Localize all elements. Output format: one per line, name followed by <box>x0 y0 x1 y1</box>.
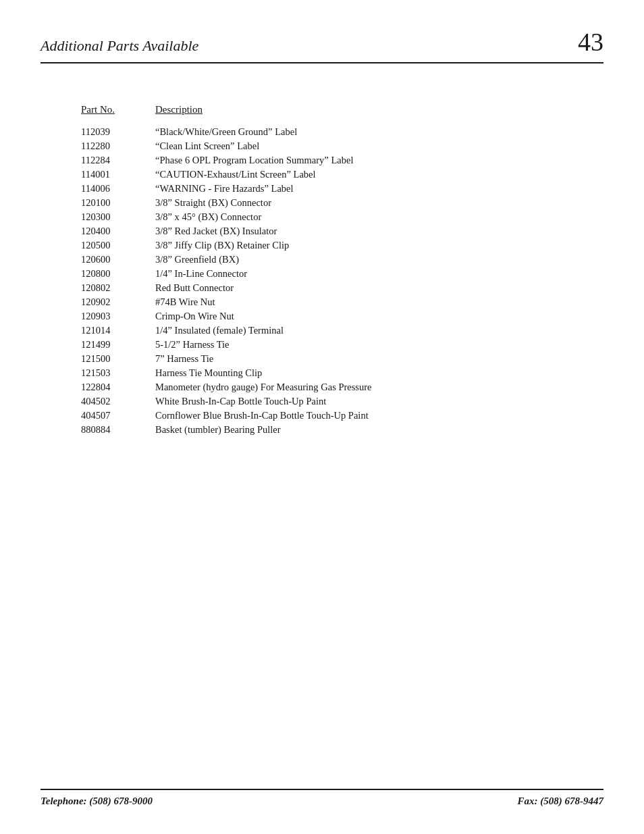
part-number-cell: 120300 <box>81 211 155 223</box>
table-row: 404507Cornflower Blue Brush-In-Cap Bottl… <box>81 410 603 421</box>
part-description-cell: “Phase 6 OPL Program Location Summary” L… <box>155 155 353 166</box>
footer-fax: Fax: (508) 678-9447 <box>518 796 604 807</box>
table-row: 114001“CAUTION-Exhaust/Lint Screen” Labe… <box>81 169 603 180</box>
part-number-cell: 120802 <box>81 282 155 294</box>
table-row: 1204003/8” Red Jacket (BX) Insulator <box>81 226 603 237</box>
part-description-cell: Manometer (hydro gauge) For Measuring Ga… <box>155 382 372 393</box>
part-description-cell: #74B Wire Nut <box>155 296 215 308</box>
table-row: 1201003/8” Straight (BX) Connector <box>81 197 603 209</box>
part-number-cell: 120100 <box>81 197 155 209</box>
part-description-cell: Red Butt Connector <box>155 282 234 294</box>
part-no-column-header: Part No. <box>81 104 155 115</box>
part-number-cell: 121500 <box>81 353 155 365</box>
part-number-cell: 112284 <box>81 155 155 166</box>
table-row: 404502White Brush-In-Cap Bottle Touch-Up… <box>81 396 603 407</box>
page-header: Additional Parts Available 43 <box>41 27 603 63</box>
part-number-cell: 120600 <box>81 254 155 265</box>
part-description-cell: 7” Harness Tie <box>155 353 213 365</box>
part-description-cell: 3/8” Straight (BX) Connector <box>155 197 271 209</box>
page-number: 43 <box>578 27 603 57</box>
part-number-cell: 114006 <box>81 183 155 194</box>
part-description-cell: “Clean Lint Screen” Label <box>155 140 259 152</box>
page: Additional Parts Available 43 Part No. D… <box>0 0 644 834</box>
table-row: 880884Basket (tumbler) Bearing Puller <box>81 424 603 436</box>
part-description-cell: 3/8” Red Jacket (BX) Insulator <box>155 226 277 237</box>
table-row: 1215007” Harness Tie <box>81 353 603 365</box>
part-description-cell: Basket (tumbler) Bearing Puller <box>155 424 281 436</box>
part-number-cell: 121014 <box>81 325 155 336</box>
part-number-cell: 120903 <box>81 311 155 322</box>
table-row: 1203003/8” x 45° (BX) Connector <box>81 211 603 223</box>
part-description-cell: Harness Tie Mounting Clip <box>155 367 262 379</box>
part-description-cell: “Black/White/Green Ground” Label <box>155 126 297 138</box>
page-title: Additional Parts Available <box>41 37 198 55</box>
table-row: 114006“WARNING - Fire Hazards” Label <box>81 183 603 194</box>
part-number-cell: 404502 <box>81 396 155 407</box>
table-row: 120902#74B Wire Nut <box>81 296 603 308</box>
table-row: 112039“Black/White/Green Ground” Label <box>81 126 603 138</box>
part-description-cell: 1/4” In-Line Connector <box>155 268 247 280</box>
part-description-cell: “CAUTION-Exhaust/Lint Screen” Label <box>155 169 316 180</box>
table-row: 112284“Phase 6 OPL Program Location Summ… <box>81 155 603 166</box>
parts-table: Part No. Description 112039“Black/White/… <box>81 104 603 436</box>
part-number-cell: 404507 <box>81 410 155 421</box>
footer-telephone: Telephone: (508) 678-9000 <box>41 796 153 807</box>
description-column-header: Description <box>155 104 203 115</box>
table-row: 1206003/8” Greenfield (BX) <box>81 254 603 265</box>
table-row: 1210141/4” Insulated (female) Terminal <box>81 325 603 336</box>
column-headers: Part No. Description <box>81 104 603 115</box>
part-number-cell: 122804 <box>81 382 155 393</box>
part-number-cell: 112039 <box>81 126 155 138</box>
part-description-cell: 5-1/2” Harness Tie <box>155 339 230 350</box>
table-row: 122804Manometer (hydro gauge) For Measur… <box>81 382 603 393</box>
part-number-cell: 114001 <box>81 169 155 180</box>
part-number-cell: 120800 <box>81 268 155 280</box>
part-number-cell: 112280 <box>81 140 155 152</box>
table-row: 112280“Clean Lint Screen” Label <box>81 140 603 152</box>
part-description-cell: 3/8” x 45° (BX) Connector <box>155 211 261 223</box>
part-description-cell: White Brush-In-Cap Bottle Touch-Up Paint <box>155 396 326 407</box>
part-description-cell: 3/8” Greenfield (BX) <box>155 254 239 265</box>
part-number-cell: 120400 <box>81 226 155 237</box>
part-number-cell: 120500 <box>81 240 155 251</box>
parts-list: 112039“Black/White/Green Ground” Label11… <box>81 126 603 436</box>
table-row: 1205003/8” Jiffy Clip (BX) Retainer Clip <box>81 240 603 251</box>
table-row: 120802Red Butt Connector <box>81 282 603 294</box>
part-number-cell: 120902 <box>81 296 155 308</box>
part-description-cell: Crimp-On Wire Nut <box>155 311 234 322</box>
part-number-cell: 880884 <box>81 424 155 436</box>
table-row: 121503Harness Tie Mounting Clip <box>81 367 603 379</box>
page-footer: Telephone: (508) 678-9000 Fax: (508) 678… <box>41 789 603 807</box>
part-description-cell: Cornflower Blue Brush-In-Cap Bottle Touc… <box>155 410 369 421</box>
part-description-cell: 1/4” Insulated (female) Terminal <box>155 325 284 336</box>
part-number-cell: 121503 <box>81 367 155 379</box>
table-row: 1214995-1/2” Harness Tie <box>81 339 603 350</box>
part-number-cell: 121499 <box>81 339 155 350</box>
part-description-cell: “WARNING - Fire Hazards” Label <box>155 183 294 194</box>
table-row: 120903Crimp-On Wire Nut <box>81 311 603 322</box>
table-row: 1208001/4” In-Line Connector <box>81 268 603 280</box>
part-description-cell: 3/8” Jiffy Clip (BX) Retainer Clip <box>155 240 289 251</box>
